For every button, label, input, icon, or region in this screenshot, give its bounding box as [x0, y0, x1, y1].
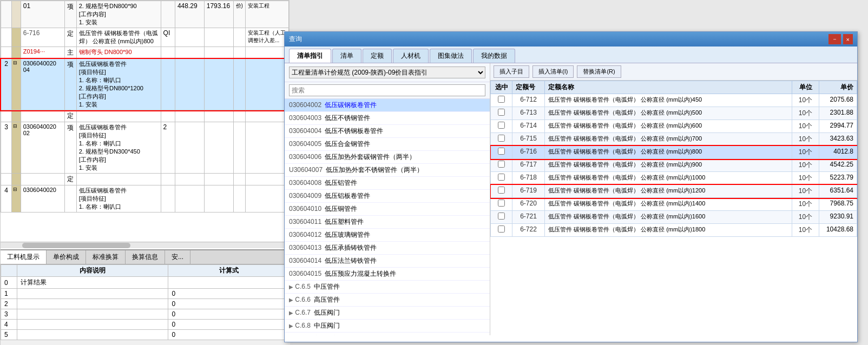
search-input-row [285, 82, 490, 99]
insert-list-button[interactable]: 插入清单(I) [532, 65, 574, 78]
row-indent [12, 47, 21, 59]
tree-item-label: 低压承插铸铁管件 [325, 244, 377, 251]
quota-row[interactable]: 6-712 低压管件 碳钢板卷管件（电弧焊） 公称直径 (mm以内)450 10… [491, 94, 857, 107]
quota-row[interactable]: 6-714 低压管件 碳钢板卷管件（电弧焊） 公称直径 (mm以内)600 10… [491, 120, 857, 133]
row-num: 3 [1, 122, 12, 174]
tree-item[interactable]: 030604005低压合金钢管件 [285, 138, 490, 151]
tab-guide[interactable]: 清单指引 [289, 49, 331, 63]
tree-item-label: 低压加热外套碳钢管件（两半） [325, 153, 416, 161]
quota-row-unit: 10个 [792, 133, 819, 146]
tree-list: 030604002低压碳钢板卷管件030604003低压不锈钢管件0306040… [285, 99, 490, 335]
tree-item[interactable]: 030604006低压加热外套碳钢管件（两半） [285, 151, 490, 164]
quota-row-code: 6-713 [512, 107, 545, 120]
tree-item[interactable]: 030604012低压玻璃钢管件 [285, 229, 490, 242]
tree-item-label: 低压阀门 [314, 309, 340, 316]
row-code: 030604002004 [21, 59, 64, 110]
quota-row[interactable]: 6-718 低压管件 碳钢板卷管件（电弧焊） 公称直径 (mm以内)1000 1… [491, 172, 857, 185]
quota-row[interactable]: 6-717 低压管件 碳钢板卷管件（电弧焊） 公称直径 (mm以内)900 10… [491, 159, 857, 172]
quota-row-check[interactable] [491, 224, 512, 237]
spec-select[interactable]: 工程量清单计价规范 (2009-陕西)-09价目表指引 [289, 67, 485, 78]
row-col6: 1793.16 [204, 1, 233, 28]
quota-row-check[interactable] [491, 107, 512, 120]
quota-row-name: 低压管件 碳钢板卷管件（电弧焊） 公称直径 (mm以内)800 [545, 146, 792, 159]
tab-labor[interactable]: 人材机 [393, 49, 429, 63]
tab-mydata[interactable]: 我的数据 [473, 49, 515, 63]
quota-row-check[interactable] [491, 198, 512, 211]
quota-row-check[interactable] [491, 159, 512, 172]
tree-item[interactable]: ▶ C.6.8中压阀门 [285, 320, 490, 333]
tree-item-label: 高压阀门 [314, 335, 340, 335]
tree-item[interactable]: U30604007低压加热外套不锈钢管件（两半） [285, 164, 490, 177]
quota-row-name: 低压管件 碳钢板卷管件（电弧焊） 公称直径 (mm以内)450 [545, 94, 792, 107]
quota-row[interactable]: 6-713 低压管件 碳钢板卷管件（电弧焊） 公称直径 (mm以内)500 10… [491, 107, 857, 120]
calc-label: 计算结果 [17, 277, 168, 289]
quota-row[interactable]: 6-722 低压管件 碳钢板卷管件（电弧焊） 公称直径 (mm以内)1800 1… [491, 224, 857, 237]
quota-row-unit: 10个 [792, 107, 819, 120]
tree-item[interactable]: 030604002低压碳钢板卷管件 [285, 99, 490, 112]
table-row-selected[interactable]: 2 ⊟ 030604002004 项 低压碳钢板卷管件[项目特征]1. 名称：喇… [1, 59, 289, 110]
tree-item[interactable]: 030604004低压不锈钢板卷管件 [285, 125, 490, 138]
tree-item[interactable]: 030604003低压不锈钢管件 [285, 112, 490, 125]
dialog-close-button[interactable]: × [843, 34, 853, 44]
calc-row: 1 0 [1, 289, 290, 299]
tab-atlas[interactable]: 图集做法 [430, 49, 472, 63]
tab-dan-jia[interactable]: 单价构成 [47, 250, 86, 264]
tab-huan-suan[interactable]: 换算信息 [126, 250, 165, 264]
row-col8: 安装工程（人工调整计入差... [246, 28, 289, 47]
search-input[interactable] [289, 84, 485, 96]
tree-item[interactable]: 030604010低压铜管件 [285, 203, 490, 216]
calc-idx: 0 [1, 277, 17, 289]
tab-list[interactable]: 清单 [332, 49, 361, 63]
quota-header-price: 单价 [819, 81, 857, 94]
quota-row[interactable]: 6-719 低压管件 碳钢板卷管件（电弧焊） 公称直径 (mm以内)1200 1… [491, 185, 857, 198]
replace-list-button[interactable]: 替换清单(R) [577, 65, 621, 78]
insert-sub-item-button[interactable]: 插入子目 [494, 65, 529, 78]
tree-item[interactable]: 030604015低压预应力混凝土转换件 [285, 268, 490, 281]
table-row: Z0194··· 主 钢制弯头 DN800*90 [1, 47, 289, 59]
quota-row-check[interactable] [491, 120, 512, 133]
tab-gong-liao-ji[interactable]: 工料机显示 [1, 250, 47, 264]
quota-row-check[interactable] [491, 211, 512, 224]
tree-item-code: 030604012 [289, 231, 321, 238]
row-type: 项 [65, 122, 77, 174]
row-desc: 低压碳钢板卷管件[项目特征]1. 名称：喇叭口2. 规格型号DN300*450[… [76, 122, 161, 174]
tab-an[interactable]: 安... [165, 250, 190, 264]
tree-item[interactable]: 030604013低压承插铸铁管件 [285, 242, 490, 255]
tree-item[interactable]: ▶ C.6.9高压阀门 [285, 333, 490, 335]
dialog-tabs-bar: 清单指引 清单 定额 人材机 图集做法 我的数据 [285, 47, 857, 63]
quota-row-code: 6-720 [512, 198, 545, 211]
tree-arrow: ▶ [289, 310, 293, 316]
tree-item[interactable]: 030604011低压塑料管件 [285, 216, 490, 229]
tree-item-code: C.6.6 [295, 296, 311, 303]
quota-row[interactable]: 6-716 低压管件 碳钢板卷管件（电弧焊） 公称直径 (mm以内)800 10… [491, 146, 857, 159]
calc-row: 0 计算结果 [1, 277, 290, 289]
quota-row[interactable]: 6-720 低压管件 碳钢板卷管件（电弧焊） 公称直径 (mm以内)1400 1… [491, 198, 857, 211]
tree-item[interactable]: 030604008低压铝管件 [285, 177, 490, 190]
row-indent: ⊟ [12, 122, 21, 174]
table-row: 3 ⊟ 030604002002 项 低压碳钢板卷管件[项目特征]1. 名称：喇… [1, 122, 289, 174]
row-type: 定 [65, 28, 77, 47]
tab-biao-zhun[interactable]: 标准换算 [86, 250, 126, 264]
tree-item[interactable]: ▶ C.6.7低压阀门 [285, 307, 490, 320]
quota-row-check[interactable] [491, 94, 512, 107]
calc-idx: 5 [1, 330, 17, 340]
calc-formula: 0 [168, 330, 290, 340]
quota-row-check[interactable] [491, 185, 512, 198]
quota-row-check[interactable] [491, 133, 512, 146]
row-desc: 低压碳钢板卷管件[项目特征]1. 名称：喇叭口2. 规格型号DN800*1200… [76, 59, 161, 110]
row-num: 4 [1, 185, 12, 213]
quota-row-price: 4012.8 [819, 146, 857, 159]
tree-item[interactable]: 030604014低压法兰铸铁管件 [285, 255, 490, 268]
tree-item-code: C.6.9 [295, 335, 311, 335]
tree-item[interactable]: 030604009低压铝板卷管件 [285, 190, 490, 203]
tree-item[interactable]: ▶ C.6.6高压管件 [285, 294, 490, 307]
quota-row[interactable]: 6-715 低压管件 碳钢板卷管件（电弧焊） 公称直径 (mm以内)700 10… [491, 133, 857, 146]
tab-quota[interactable]: 定额 [363, 49, 392, 63]
quota-row-price: 2301.88 [819, 107, 857, 120]
quota-row-check[interactable] [491, 172, 512, 185]
quota-row-check[interactable] [491, 146, 512, 159]
dialog-minimize-button[interactable]: － [828, 34, 841, 44]
quota-row-name: 低压管件 碳钢板卷管件（电弧焊） 公称直径 (mm以内)900 [545, 159, 792, 172]
tree-item[interactable]: ▶ C.6.5中压管件 [285, 281, 490, 294]
quota-row[interactable]: 6-721 低压管件 碳钢板卷管件（电弧焊） 公称直径 (mm以内)1600 1… [491, 211, 857, 224]
